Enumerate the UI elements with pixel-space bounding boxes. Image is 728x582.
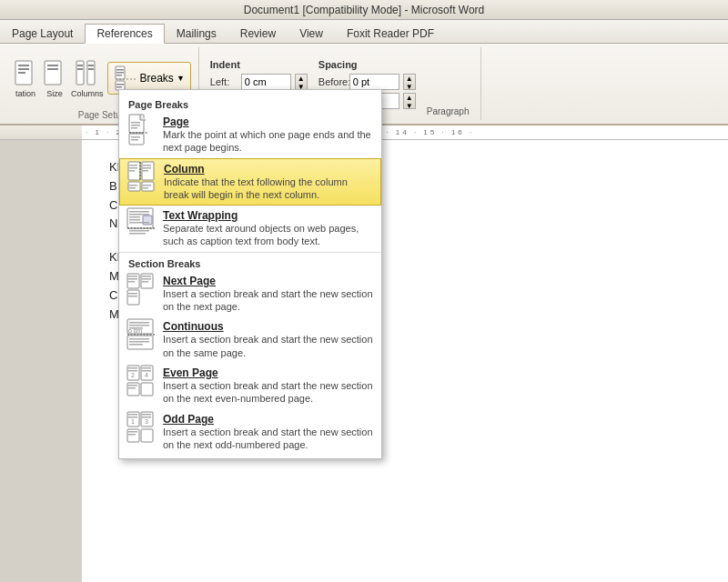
- tab-mailings[interactable]: Mailings: [165, 23, 228, 43]
- column-icon: [127, 163, 157, 192]
- svg-rect-31: [129, 167, 137, 169]
- left-margin: [0, 140, 82, 582]
- tab-view[interactable]: View: [288, 23, 335, 43]
- svg-rect-63: [142, 276, 151, 277]
- svg-rect-65: [142, 281, 148, 283]
- odd-page-title: Odd Page: [163, 413, 374, 426]
- even-page-text: Even Page Insert a section break and sta…: [163, 366, 374, 406]
- svg-rect-49: [129, 219, 140, 221]
- svg-rect-37: [143, 170, 148, 172]
- svg-rect-93: [142, 414, 151, 416]
- svg-rect-64: [142, 278, 151, 280]
- svg-rect-68: [129, 325, 149, 326]
- svg-rect-40: [129, 187, 136, 189]
- spacing-header: Spacing: [318, 59, 416, 70]
- svg-rect-50: [129, 222, 149, 224]
- svg-rect-22: [131, 122, 140, 124]
- svg-rect-2: [18, 68, 29, 70]
- odd-page-icon: 1 3: [126, 413, 156, 442]
- svg-rect-52: [129, 230, 149, 232]
- tab-references[interactable]: References: [85, 24, 164, 44]
- continuous-text: Continuous Insert a section break and st…: [163, 320, 374, 359]
- tab-review[interactable]: Review: [228, 23, 288, 43]
- next-page-desc: Insert a section break and start the new…: [163, 287, 374, 314]
- svg-rect-20: [116, 86, 122, 88]
- left-indent-input[interactable]: [241, 74, 291, 90]
- menu-item-even-page[interactable]: 2 4 Even Page Insert a section break and…: [119, 363, 381, 409]
- size-btn[interactable]: Size: [42, 58, 67, 98]
- svg-rect-77: [128, 367, 137, 369]
- svg-rect-55: [128, 276, 137, 277]
- svg-rect-7: [76, 61, 84, 85]
- odd-page-text: Odd Page Insert a section break and star…: [163, 413, 374, 452]
- svg-rect-85: [128, 385, 137, 386]
- menu-item-column[interactable]: Column Indicate that the text following …: [119, 158, 381, 206]
- svg-rect-6: [47, 68, 58, 70]
- svg-rect-10: [87, 61, 95, 85]
- menu-item-odd-page[interactable]: 1 3 Odd Page Insert a section break and …: [119, 409, 381, 456]
- next-page-icon: 2: [126, 275, 156, 304]
- svg-rect-86: [128, 387, 136, 389]
- paragraph-label: Paragraph: [427, 106, 470, 116]
- svg-rect-15: [116, 72, 124, 74]
- svg-text:1: 1: [131, 418, 135, 425]
- before-label: Before:: [318, 76, 346, 87]
- svg-rect-99: [141, 429, 153, 442]
- ribbon-tabs: Page Layout References Mailings Review V…: [0, 20, 728, 44]
- svg-rect-45: [129, 211, 149, 213]
- indent-header: Indent: [210, 59, 308, 70]
- svg-rect-4: [45, 61, 61, 85]
- before-spacing-spinner[interactable]: ▲▼: [403, 74, 416, 90]
- svg-rect-23: [131, 125, 140, 126]
- even-page-icon: 2 4: [126, 366, 156, 396]
- left-indent-spinner[interactable]: ▲▼: [295, 74, 308, 90]
- breaks-dropdown: Page Breaks Page Mark the point at: [118, 89, 382, 459]
- tab-foxit[interactable]: Foxit Reader PDF: [335, 23, 446, 43]
- menu-item-text-wrapping[interactable]: Text Wrapping Separate text around objec…: [119, 206, 381, 252]
- svg-rect-72: [129, 338, 149, 340]
- text-wrapping-text: Text Wrapping Separate text around objec…: [163, 209, 374, 248]
- svg-rect-12: [88, 68, 94, 70]
- page-title: Page: [163, 115, 374, 128]
- svg-rect-98: [128, 434, 136, 436]
- svg-text:4: 4: [145, 372, 148, 378]
- svg-rect-53: [129, 233, 146, 235]
- svg-rect-38: [128, 182, 140, 191]
- svg-rect-9: [77, 68, 83, 70]
- menu-item-next-page[interactable]: 2 Next Page Insert a section break and s…: [119, 271, 381, 317]
- text-wrapping-icon: [126, 209, 156, 238]
- tab-page-layout[interactable]: Page Layout: [0, 23, 85, 43]
- svg-rect-19: [116, 84, 124, 85]
- svg-rect-24: [131, 127, 137, 129]
- orientation-btn[interactable]: tation: [13, 58, 38, 98]
- svg-rect-57: [128, 281, 135, 283]
- after-spacing-spinner[interactable]: ▲▼: [403, 93, 416, 109]
- svg-rect-35: [143, 165, 151, 166]
- svg-rect-97: [128, 431, 137, 433]
- text-wrapping-title: Text Wrapping: [163, 209, 374, 222]
- svg-rect-41: [142, 182, 154, 191]
- title-text: Document1 [Compatibility Mode] - Microso…: [244, 4, 485, 16]
- svg-rect-60: [128, 293, 137, 295]
- svg-text:3: 3: [145, 418, 148, 425]
- text-wrapping-desc: Separate text around objects on web page…: [163, 222, 374, 248]
- svg-rect-73: [129, 341, 149, 343]
- before-spacing-input[interactable]: [349, 74, 399, 90]
- svg-text:o tim: o tim: [128, 327, 142, 334]
- svg-rect-3: [18, 72, 25, 74]
- page-icon: [126, 115, 156, 145]
- svg-rect-56: [128, 278, 137, 280]
- svg-rect-42: [143, 185, 151, 186]
- continuous-icon: o tim: [126, 320, 156, 349]
- columns-btn[interactable]: Columns: [71, 58, 104, 98]
- svg-rect-30: [129, 165, 137, 166]
- title-bar: Document1 [Compatibility Mode] - Microso…: [0, 0, 728, 20]
- page-breaks-header: Page Breaks: [119, 94, 381, 112]
- menu-item-page[interactable]: Page Mark the point at which one page en…: [119, 112, 381, 158]
- left-label: Left:: [210, 76, 238, 87]
- svg-rect-87: [141, 383, 153, 396]
- svg-rect-5: [47, 65, 58, 66]
- ribbon: tation Size Columns: [0, 44, 728, 125]
- svg-rect-46: [129, 214, 149, 216]
- menu-item-continuous[interactable]: o tim Continuous Insert a section break …: [119, 316, 381, 363]
